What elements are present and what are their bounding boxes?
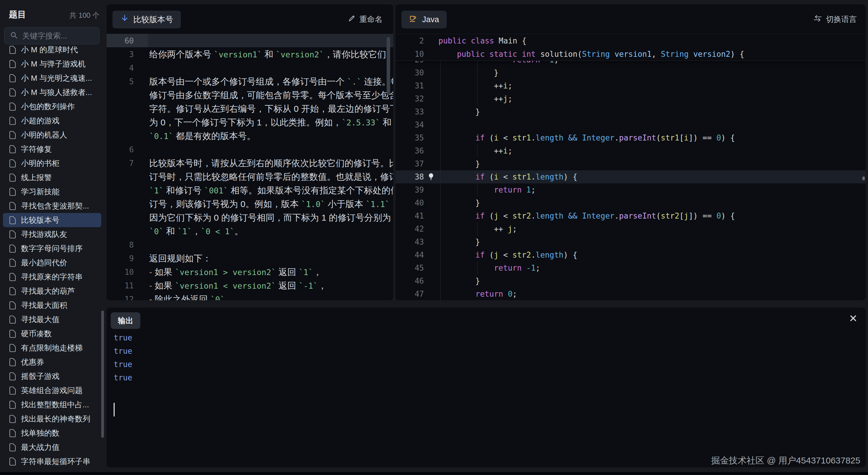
sidebar-item[interactable]: 字符串最短循环子串 <box>3 454 101 469</box>
sidebar-item[interactable]: 硬币凑数 <box>3 327 101 341</box>
code-text: } <box>438 238 480 246</box>
sidebar-item[interactable]: 有点限制地走楼梯 <box>3 341 101 355</box>
text-segment: version2 <box>693 50 730 59</box>
sidebar-item[interactable]: 摇骰子游戏 <box>3 369 101 383</box>
text-segment: } <box>475 238 480 246</box>
sidebar-item[interactable]: 最小趋同代价 <box>3 256 101 270</box>
document-icon <box>9 60 16 68</box>
sidebar-item[interactable]: 小 M 与弹子游戏机 <box>3 57 101 71</box>
document-icon <box>9 188 16 196</box>
text-segment: str2 <box>513 250 531 260</box>
sidebar-item[interactable]: 寻找最大值 <box>3 312 101 327</box>
sidebar-item[interactable]: 找出最长的神奇数列 <box>3 412 101 426</box>
sidebar-item[interactable]: 小包的数列操作 <box>3 99 101 113</box>
sidebar-item[interactable]: 线上报警 <box>3 170 101 184</box>
problem-title-tab[interactable]: 比较版本号 <box>113 11 181 28</box>
swap-arrows-icon <box>813 14 823 24</box>
description-panel: 比较版本号 重命名 60 3给你两个版本号 `version1` 和 `vers… <box>106 4 393 300</box>
text-segment: < <box>499 133 513 142</box>
search-input[interactable] <box>22 31 93 41</box>
text-segment: ( <box>485 172 494 181</box>
indent-guide <box>440 248 440 262</box>
sidebar-item[interactable]: 小明的机器人 <box>3 128 101 142</box>
code-line: 34 <box>396 118 866 131</box>
text-segment: ， <box>390 199 393 209</box>
code-text: ++j; <box>438 94 513 103</box>
sidebar-item[interactable]: 数字字母问号排序 <box>3 241 101 256</box>
sidebar-item-label: 线上报警 <box>21 172 52 183</box>
sidebar-item[interactable]: 寻找最大的葫芦 <box>3 284 101 298</box>
sidebar-item-label: 最小趋同代价 <box>21 258 67 268</box>
description-line: 3给你两个版本号 `version1` 和 `version2`，请你比较它们。 <box>106 47 393 61</box>
switch-language-button[interactable]: 切换语言 <box>813 4 857 34</box>
code-line: 38if (i < str1.length) { <box>396 170 866 183</box>
search-icon <box>10 31 18 40</box>
text-segment: -1 <box>526 264 535 272</box>
indent-guide <box>440 105 440 118</box>
text-segment: ) { <box>563 250 577 260</box>
sidebar-item[interactable]: 优惠券 <box>3 355 101 369</box>
sidebar-item[interactable]: 小 M 与狼人拯救者... <box>3 85 101 99</box>
sidebar-item[interactable]: 寻找最大面积 <box>3 298 101 312</box>
document-icon <box>9 287 16 296</box>
indent-guide <box>440 92 440 105</box>
output-tab[interactable]: 输出 <box>111 312 140 329</box>
line-number: 2 <box>396 36 424 45</box>
text-segment: [ <box>679 133 684 142</box>
text-segment: 相等。如果版本号没有指定某个下标处的修 <box>228 185 393 195</box>
text-segment: } <box>494 68 499 77</box>
sidebar-item[interactable]: 小明的书柜 <box>3 156 101 170</box>
text-segment: 如果 <box>155 267 175 277</box>
text-segment: ++ <box>494 94 503 103</box>
sidebar-item[interactable]: 学习新技能 <box>3 184 101 199</box>
code-line: 30} <box>396 66 866 79</box>
code-line: 45return -1; <box>396 262 866 274</box>
sidebar-item[interactable]: 小超的游戏 <box>3 113 101 128</box>
sidebar-item[interactable]: 寻找游戏队友 <box>3 227 101 241</box>
sidebar-item[interactable]: 最大战力值 <box>3 440 101 454</box>
sidebar-item[interactable]: 寻找原来的字符串 <box>3 270 101 284</box>
sidebar-item[interactable]: 找出整型数组中占... <box>3 398 101 412</box>
description-scrollbar[interactable] <box>386 37 390 95</box>
line-number: 7 <box>106 157 134 238</box>
sidebar-scrollbar[interactable] <box>101 311 104 438</box>
text-segment <box>517 50 522 59</box>
sidebar-item[interactable]: 比较版本号 <box>3 213 101 227</box>
lightbulb-icon[interactable] <box>427 172 435 182</box>
search-box[interactable] <box>4 27 99 44</box>
sidebar-item[interactable]: 小 M 与光明之魂速... <box>3 71 101 85</box>
description-editor[interactable]: 3给你两个版本号 `version1` 和 `version2`，请你比较它们。… <box>106 47 393 300</box>
code-line: 31++i; <box>396 79 866 92</box>
code-line: 2public class Main { <box>396 34 866 47</box>
indent-guide <box>440 131 440 144</box>
text-segment: i <box>503 146 508 155</box>
language-tab[interactable]: Java <box>401 11 447 28</box>
document-icon <box>9 344 16 352</box>
text-segment: ， <box>313 267 322 277</box>
text-segment: 和 <box>164 226 178 236</box>
download-arrow-icon <box>120 14 129 25</box>
text-segment: [ <box>679 211 684 220</box>
code-text: } <box>438 107 480 116</box>
sidebar-item[interactable]: 字符修复 <box>3 142 101 156</box>
text-segment: , <box>652 50 661 59</box>
indent-guide <box>440 66 440 79</box>
sidebar-item[interactable]: 英雄组合游戏问题 <box>3 383 101 398</box>
close-output-button[interactable] <box>848 314 858 324</box>
sidebar-item[interactable]: 寻找包含斐波那契... <box>3 199 101 213</box>
visual-row: `0.1` 都是有效的版本号。 <box>149 129 393 143</box>
sidebar-item[interactable]: 找单独的数 <box>3 426 101 440</box>
text-segment: ; <box>535 264 540 272</box>
line-number: 4 <box>106 61 134 75</box>
text-segment: 1 <box>526 185 531 194</box>
line-number: 39 <box>396 185 424 194</box>
sidebar-item[interactable]: 小 M 的星球时代 <box>3 45 101 57</box>
indent-guide <box>440 170 440 183</box>
rename-button[interactable]: 重命名 <box>347 4 382 34</box>
line-number: 44 <box>396 250 424 260</box>
document-icon <box>9 88 16 97</box>
code-editor[interactable]: 30}31++i;32++j;33}3435if (i < str1.lengt… <box>396 66 866 300</box>
text-segment: length <box>535 250 563 260</box>
text-segment: ; <box>508 81 513 90</box>
text-segment: j <box>684 211 689 220</box>
